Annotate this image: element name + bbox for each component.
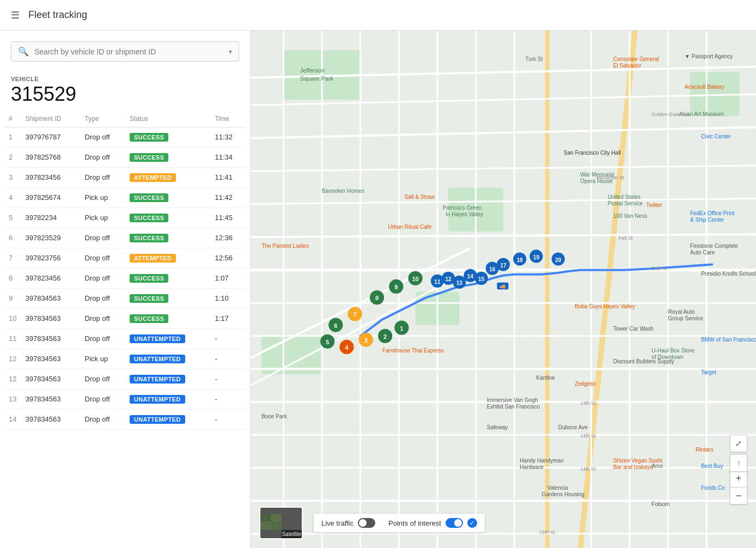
zoom-out-button[interactable]: −	[730, 487, 747, 504]
row-type: Drop off	[81, 228, 125, 248]
svg-text:Rintaro: Rintaro	[696, 447, 714, 453]
row-shipment-id: 397834563	[21, 409, 80, 429]
status-badge: UNATTEMPTED	[130, 395, 185, 404]
live-traffic-label: Live traffic	[321, 519, 353, 527]
row-type: Pick up	[81, 349, 125, 369]
map-extra-controls: ⤢ ↑	[730, 435, 747, 472]
svg-text:100 Van Ness: 100 Van Ness	[613, 213, 648, 219]
table-row[interactable]: 11 397834563 Drop off UNATTEMPTED -	[4, 328, 246, 349]
svg-text:Presidio Knolls School: Presidio Knolls School	[701, 271, 755, 277]
svg-text:Turk St: Turk St	[525, 56, 542, 62]
table-row[interactable]: 10 397834563 Drop off SUCCESS 1:17	[4, 308, 246, 328]
row-status: SUCCESS	[125, 228, 210, 248]
row-shipment-id: 39782234	[21, 208, 80, 228]
row-type: Drop off	[81, 389, 125, 409]
table-row[interactable]: 12 397834563 Drop off UNATTEMPTED -	[4, 369, 246, 389]
svg-text:19: 19	[533, 254, 540, 260]
search-input[interactable]	[34, 47, 229, 56]
satellite-thumbnail[interactable]: Satellite	[259, 507, 303, 539]
row-time: 1:07	[210, 268, 246, 288]
row-type: Drop off	[81, 167, 125, 187]
menu-icon[interactable]: ☰	[11, 9, 20, 21]
col-header-status: Status	[125, 109, 210, 127]
row-type: Drop off	[81, 369, 125, 389]
search-container: 🔍 ▾	[0, 31, 250, 67]
row-time: 1:10	[210, 288, 246, 308]
table-row[interactable]: 5 39782234 Pick up SUCCESS 11:45	[4, 208, 246, 228]
poi-toggle[interactable]: Points of interest ✓	[388, 518, 477, 528]
svg-text:8: 8	[375, 295, 379, 301]
main-layout: 🔍 ▾ VEHICLE 315529 # Shipment ID Type St…	[0, 31, 756, 548]
satellite-label: Satellite	[282, 530, 302, 538]
table-row[interactable]: 8 397823456 Drop off SUCCESS 1:07	[4, 268, 246, 288]
svg-text:15th St: 15th St	[539, 529, 555, 535]
status-badge: SUCCESS	[130, 214, 168, 222]
poi-switch[interactable]	[446, 518, 463, 528]
row-status: UNATTEMPTED	[125, 328, 210, 349]
row-time: -	[210, 328, 246, 349]
table-row[interactable]: 1 397976787 Drop off SUCCESS 11:32	[4, 127, 246, 147]
row-type: Pick up	[81, 187, 125, 208]
table-row[interactable]: 3 397823456 Drop off ATTEMPTED 11:41	[4, 167, 246, 187]
table-row[interactable]: 7 397823756 Drop off ATTEMPTED 12:56	[4, 248, 246, 268]
table-row[interactable]: 2 397825768 Drop off SUCCESS 11:34	[4, 147, 246, 167]
row-type: Drop off	[81, 409, 125, 429]
svg-text:Jefferson: Jefferson	[300, 67, 325, 74]
svg-text:Hardware: Hardware	[520, 464, 544, 470]
row-num: 8	[4, 268, 21, 288]
vehicle-section: VEHICLE 315529	[0, 67, 250, 109]
row-shipment-id: 397834563	[21, 288, 80, 308]
search-box[interactable]: 🔍 ▾	[11, 41, 239, 62]
svg-text:18: 18	[517, 257, 523, 263]
svg-text:Discount Builders Supply: Discount Builders Supply	[613, 358, 675, 364]
map-area[interactable]: Jefferson Square Park Turk St Consulate …	[251, 31, 756, 548]
table-row[interactable]: 9 397834563 Drop off SUCCESS 1:10	[4, 288, 246, 308]
row-status: UNATTEMPTED	[125, 369, 210, 389]
svg-text:Immersive Van Gogh: Immersive Van Gogh	[487, 397, 538, 403]
svg-text:Salt & Straw: Salt & Straw	[404, 194, 435, 200]
svg-text:▼ Passport Agency: ▼ Passport Agency	[685, 53, 733, 59]
row-shipment-id: 397834563	[21, 328, 80, 349]
dropdown-arrow-icon: ▾	[229, 48, 232, 56]
svg-text:Consulate General: Consulate General	[613, 56, 659, 62]
row-num: 9	[4, 288, 21, 308]
status-badge: SUCCESS	[130, 274, 168, 283]
status-badge: UNATTEMPTED	[130, 355, 185, 363]
status-badge: SUCCESS	[130, 234, 168, 242]
row-type: Pick up	[81, 208, 125, 228]
status-badge: ATTEMPTED	[130, 254, 176, 263]
zoom-in-button[interactable]: +	[730, 470, 747, 487]
row-num: 4	[4, 187, 21, 208]
table-row[interactable]: 4 397825674 Pick up SUCCESS 11:42	[4, 187, 246, 208]
svg-text:El Salvador: El Salvador	[613, 63, 642, 69]
table-row[interactable]: 12 397834563 Pick up UNATTEMPTED -	[4, 349, 246, 369]
fullscreen-button[interactable]: ⤢	[730, 435, 747, 452]
live-traffic-switch[interactable]	[358, 518, 375, 528]
svg-text:Bar and Izakaya: Bar and Izakaya	[613, 464, 653, 470]
compass-button[interactable]: ↑	[730, 454, 747, 472]
row-shipment-id: 397823756	[21, 248, 80, 268]
shipment-table-container: # Shipment ID Type Status Time 1 3979767…	[0, 109, 250, 548]
table-row[interactable]: 14 397834563 Drop off UNATTEMPTED -	[4, 409, 246, 429]
svg-text:In Hayes Valley: In Hayes Valley	[446, 211, 484, 217]
live-traffic-toggle[interactable]: Live traffic	[321, 518, 375, 528]
status-badge: SUCCESS	[130, 294, 168, 303]
svg-text:5: 5	[326, 339, 329, 345]
row-num: 10	[4, 308, 21, 328]
col-header-type: Type	[81, 109, 125, 127]
row-time: 11:41	[210, 167, 246, 187]
poi-check-icon: ✓	[467, 518, 477, 528]
svg-text:Best Buy: Best Buy	[701, 463, 723, 469]
row-type: Drop off	[81, 127, 125, 147]
svg-text:Boce Park: Boce Park	[261, 413, 287, 419]
svg-text:U-Haul Box Store: U-Haul Box Store	[651, 348, 694, 354]
table-row[interactable]: 13 397834563 Drop off UNATTEMPTED -	[4, 389, 246, 409]
poi-label: Points of interest	[388, 519, 441, 527]
row-time: 12:56	[210, 248, 246, 268]
svg-text:Royal Auto: Royal Auto	[668, 309, 695, 315]
svg-text:Firestone Complete: Firestone Complete	[690, 243, 738, 249]
svg-text:10: 10	[412, 276, 418, 282]
svg-text:11: 11	[434, 279, 441, 285]
table-row[interactable]: 6 397823529 Drop off SUCCESS 12:36	[4, 228, 246, 248]
status-badge: SUCCESS	[130, 314, 168, 323]
